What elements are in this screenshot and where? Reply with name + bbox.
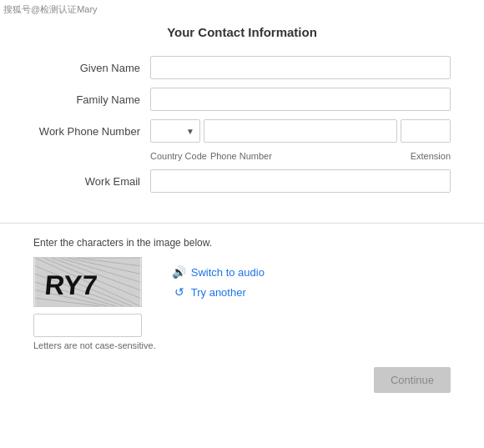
phone-number-sublabel: Phone Number	[210, 151, 397, 161]
captcha-left: RY7 Letters are not case-sensitive.	[33, 257, 156, 350]
audio-icon: 🔊	[173, 265, 186, 279]
given-name-input[interactable]	[150, 56, 451, 79]
work-phone-label: Work Phone Number	[33, 125, 150, 138]
captcha-options: 🔊 Switch to audio ↺ Try another	[173, 257, 265, 299]
captcha-section: Enter the characters in the image below.	[0, 237, 484, 350]
work-email-input[interactable]	[150, 169, 451, 193]
work-email-row: Work Email	[33, 169, 451, 193]
switch-audio-label: Switch to audio	[191, 266, 265, 279]
phone-sub-labels: Country Code Phone Number Extension	[150, 151, 451, 161]
country-code-dropdown[interactable]: ▼	[150, 119, 200, 143]
phone-group: ▼ +ext	[150, 119, 451, 143]
extension-input[interactable]: +ext	[401, 119, 451, 143]
refresh-icon: ↺	[173, 285, 186, 299]
watermark-text: 搜狐号@检测认证Mary	[3, 4, 98, 14]
watermark: 搜狐号@检测认证Mary	[3, 3, 98, 16]
captcha-content: RY7 Letters are not case-sensitive. 🔊 Sw…	[33, 257, 451, 350]
captcha-image: RY7	[33, 257, 142, 307]
family-name-label: Family Name	[33, 93, 150, 106]
extension-sublabel: Extension	[401, 151, 451, 161]
continue-button[interactable]: Continue	[374, 367, 451, 393]
family-name-row: Family Name	[33, 88, 451, 111]
try-another-button[interactable]: ↺ Try another	[173, 285, 265, 299]
page-container: 搜狐号@检测认证Mary Your Contact Information Gi…	[0, 0, 484, 448]
svg-text:RY7: RY7	[43, 270, 98, 301]
form-container: Your Contact Information Given Name Fami…	[0, 17, 484, 209]
phone-sublabels-row: Country Code Phone Number Extension	[33, 151, 451, 161]
page-title: Your Contact Information	[33, 25, 451, 39]
chevron-down-icon: ▼	[186, 127, 194, 136]
work-email-label: Work Email	[33, 175, 150, 188]
divider	[0, 223, 484, 224]
given-name-row: Given Name	[33, 56, 451, 79]
phone-number-input[interactable]	[204, 119, 397, 143]
work-phone-row: Work Phone Number ▼ +ext	[33, 119, 451, 143]
try-another-label: Try another	[191, 286, 246, 299]
phone-labels-spacer	[33, 151, 150, 161]
captcha-note: Letters are not case-sensitive.	[33, 340, 156, 350]
country-code-sublabel: Country Code	[150, 151, 207, 161]
captcha-instruction: Enter the characters in the image below.	[33, 237, 451, 249]
family-name-input[interactable]	[150, 88, 451, 111]
captcha-input[interactable]	[33, 314, 142, 337]
switch-audio-button[interactable]: 🔊 Switch to audio	[173, 265, 265, 279]
given-name-label: Given Name	[33, 62, 150, 74]
footer-row: Continue	[0, 350, 484, 393]
